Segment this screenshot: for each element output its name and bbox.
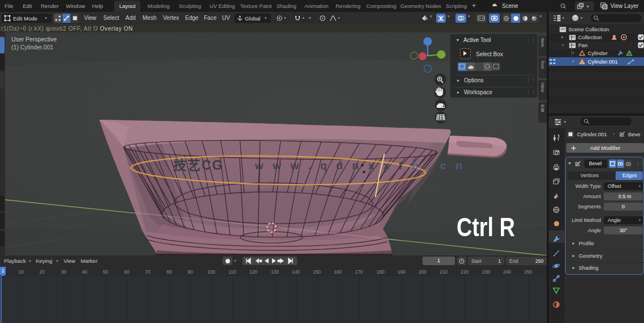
- svg-text:Ctrl R: Ctrl R: [457, 212, 515, 241]
